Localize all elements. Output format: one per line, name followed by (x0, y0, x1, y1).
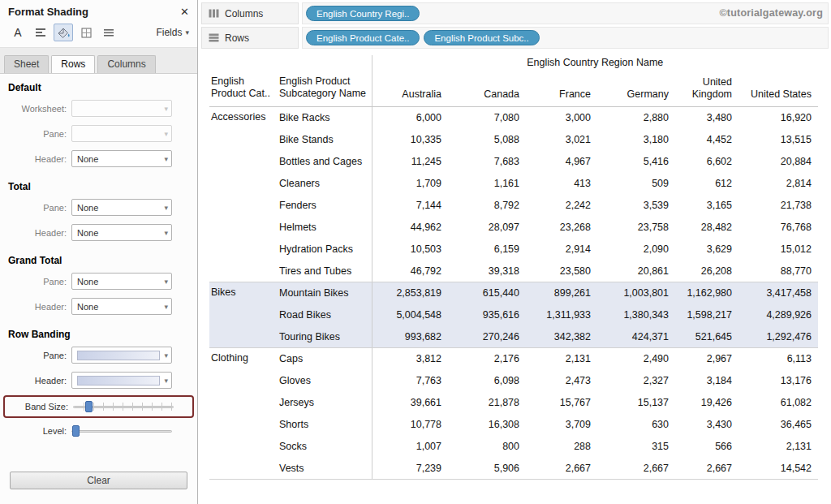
default-header-shading-select[interactable]: None ▾ (71, 150, 172, 167)
total-header-row: Header: None ▾ (6, 224, 191, 241)
pill-english-product-category[interactable]: English Product Cate.. (306, 30, 420, 45)
value-cell: 993,682 (372, 326, 448, 348)
borders-format-button[interactable] (76, 24, 96, 41)
value-cell: 7,683 (448, 151, 526, 173)
font-format-button[interactable]: A (8, 24, 28, 41)
value-cell: 14,542 (738, 458, 818, 480)
column-header-canada[interactable]: Canada (448, 76, 526, 107)
columns-shelf-icon (209, 9, 219, 18)
column-header-germany[interactable]: Germany (597, 76, 675, 107)
subcategory-cell[interactable]: Mountain Bikes (276, 282, 372, 304)
lines-format-button[interactable] (99, 24, 118, 41)
grand-total-header-shading-select[interactable]: None ▾ (71, 298, 172, 315)
value-cell: 424,371 (597, 326, 675, 348)
worksheet-shading-select[interactable]: ▾ (71, 100, 172, 117)
subcategory-cell[interactable]: Socks (276, 436, 372, 458)
value-cell: 2,327 (597, 370, 675, 392)
grand-total-header-shading-value: None (77, 302, 98, 312)
column-header-united-states[interactable]: United States (738, 76, 818, 107)
subcategory-cell[interactable]: Cleaners (276, 173, 372, 195)
worksheet-label: Worksheet: (6, 104, 71, 114)
subcategory-cell[interactable]: Jerseys (276, 392, 372, 414)
band-size-row: Band Size: (8, 400, 189, 413)
header-label: Header: (6, 228, 71, 238)
alignment-format-button[interactable] (31, 24, 50, 41)
value-cell: 28,482 (675, 217, 738, 239)
subcategory-cell[interactable]: Tires and Tubes (276, 261, 372, 282)
value-cell: 5,906 (448, 458, 526, 480)
subcategory-cell[interactable]: Bike Stands (276, 129, 372, 151)
subcategory-cell[interactable]: Bike Racks (276, 107, 372, 129)
row-banding-header-color-select[interactable]: ▾ (71, 372, 172, 389)
value-cell: 7,080 (448, 107, 526, 129)
format-shading-panel: Format Shading ✕ A (0, 0, 198, 504)
fields-dropdown[interactable]: Fields ▾ (156, 27, 189, 38)
value-cell: 2,131 (738, 436, 818, 458)
chevron-down-icon: ▾ (164, 303, 168, 311)
value-cell: 21,878 (448, 392, 526, 414)
value-cell: 13,176 (738, 370, 818, 392)
value-cell: 6,000 (372, 107, 448, 129)
shading-format-button[interactable] (54, 24, 73, 41)
band-size-slider[interactable] (73, 400, 174, 413)
column-header-united-kingdom[interactable]: United Kingdom (675, 76, 738, 107)
format-toolbar: A (0, 20, 197, 48)
value-cell: 2,814 (738, 173, 818, 195)
total-pane-row: Pane: None ▾ (6, 199, 191, 216)
close-icon[interactable]: ✕ (180, 6, 189, 18)
category-cell[interactable]: Clothing (209, 348, 276, 480)
tab-rows[interactable]: Rows (51, 55, 95, 73)
alignment-icon (35, 28, 46, 37)
tab-columns[interactable]: Columns (97, 55, 155, 73)
row-field-header-subcategory[interactable]: English Product Subcategory Name (276, 55, 372, 107)
pill-english-product-subcategory[interactable]: English Product Subc.. (424, 30, 539, 45)
chevron-down-icon: ▾ (164, 377, 168, 385)
grand-total-pane-shading-select[interactable]: None ▾ (71, 273, 172, 290)
value-cell: 15,012 (738, 239, 818, 261)
column-field-header[interactable]: English Country Region Name (372, 55, 818, 76)
column-header-australia[interactable]: Australia (372, 76, 448, 107)
header-label: Header: (6, 302, 71, 312)
value-cell: 7,239 (372, 458, 448, 480)
subcategory-cell[interactable]: Helmets (276, 217, 372, 239)
table-row: Hydration Packs10,5036,1592,9142,0903,62… (209, 239, 818, 261)
subcategory-cell[interactable]: Road Bikes (276, 304, 372, 326)
value-cell: 1,003,801 (597, 282, 675, 304)
value-cell: 3,480 (675, 107, 738, 129)
value-cell: 39,318 (448, 261, 526, 282)
value-cell: 5,004,548 (372, 304, 448, 326)
row-field-header-category[interactable]: English Product Cat.. (209, 55, 276, 107)
clear-button[interactable]: Clear (10, 472, 187, 489)
band-size-slider-thumb[interactable] (85, 401, 93, 412)
subcategory-cell[interactable]: Vests (276, 458, 372, 480)
value-cell: 2,242 (526, 195, 597, 217)
value-cell: 23,580 (526, 261, 597, 282)
category-cell[interactable]: Bikes (209, 282, 276, 348)
value-cell: 16,308 (448, 414, 526, 436)
level-slider[interactable] (71, 424, 172, 437)
value-cell: 7,763 (372, 370, 448, 392)
value-cell: 1,162,980 (675, 282, 738, 304)
subcategory-cell[interactable]: Touring Bikes (276, 326, 372, 348)
total-header-shading-select[interactable]: None ▾ (71, 224, 172, 241)
default-pane-shading-select[interactable]: ▾ (71, 125, 172, 142)
total-pane-shading-value: None (77, 203, 98, 213)
level-row: Level: (6, 424, 191, 437)
value-cell: 26,208 (675, 261, 738, 282)
subcategory-cell[interactable]: Hydration Packs (276, 239, 372, 261)
level-slider-thumb[interactable] (72, 425, 80, 437)
category-cell[interactable]: Accessories (209, 107, 276, 282)
subcategory-cell[interactable]: Gloves (276, 370, 372, 392)
subcategory-cell[interactable]: Bottles and Cages (276, 151, 372, 173)
tab-sheet[interactable]: Sheet (4, 55, 49, 73)
total-pane-shading-select[interactable]: None ▾ (71, 199, 172, 216)
rows-shelf[interactable]: English Product Cate.. English Product S… (302, 27, 829, 49)
pill-english-country-region[interactable]: English Country Regi.. (306, 6, 420, 21)
table-row: Socks1,0078002883155662,131 (209, 436, 818, 458)
table-row: Fenders7,1448,7922,2423,5393,16521,738 (209, 195, 818, 217)
subcategory-cell[interactable]: Fenders (276, 195, 372, 217)
row-banding-pane-color-select[interactable]: ▾ (71, 347, 172, 364)
subcategory-cell[interactable]: Caps (276, 348, 372, 370)
column-header-france[interactable]: France (526, 76, 597, 107)
subcategory-cell[interactable]: Shorts (276, 414, 372, 436)
